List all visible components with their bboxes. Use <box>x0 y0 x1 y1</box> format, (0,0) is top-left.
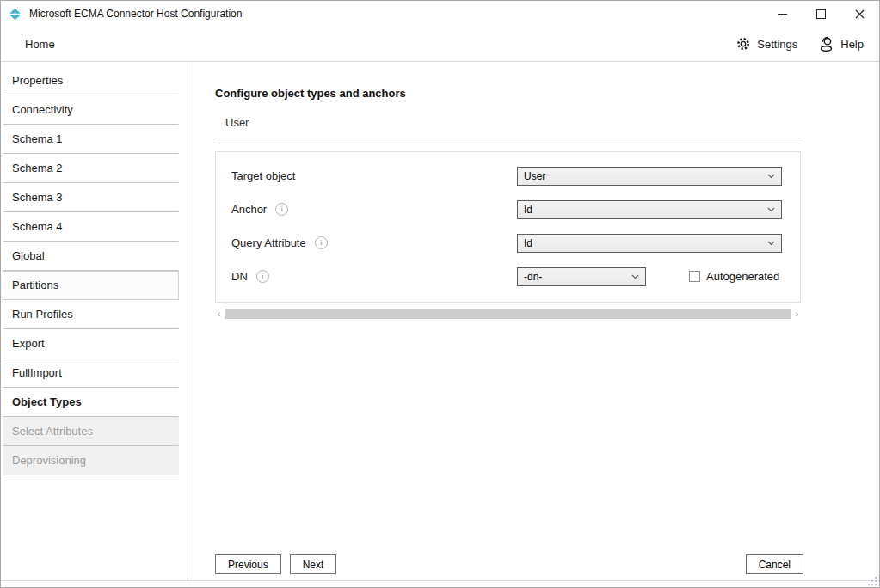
horizontal-scrollbar[interactable]: ‹ › <box>215 308 801 320</box>
status-strip <box>1 580 879 587</box>
title-bar: Microsoft ECMA Connector Host Configurat… <box>1 1 879 27</box>
maximize-icon <box>816 9 826 19</box>
tab-strip: User <box>215 116 801 138</box>
target-object-value: User <box>524 170 545 182</box>
dn-label: DN <box>231 270 248 283</box>
window-title: Microsoft ECMA Connector Host Configurat… <box>29 8 242 20</box>
sidebar-item-select-attributes: Select Attributes <box>3 417 179 446</box>
sidebar-item-object-types[interactable]: Object Types <box>3 388 179 417</box>
page-title: Configure object types and anchors <box>215 87 879 100</box>
close-icon <box>855 9 865 19</box>
scroll-left-icon[interactable]: ‹ <box>215 308 223 320</box>
main-pane: Configure object types and anchors User … <box>188 62 879 580</box>
scrollbar-thumb[interactable] <box>225 309 791 319</box>
anchor-value: Id <box>524 204 532 216</box>
form-row-target-object: Target object User <box>216 159 800 193</box>
form-row-dn: DN i -dn- Autogenerated <box>216 260 800 293</box>
chevron-down-icon <box>631 274 639 279</box>
help-person-icon <box>818 36 834 52</box>
content-area: Properties Connectivity Schema 1 Schema … <box>1 62 879 580</box>
autogenerated-option[interactable]: Autogenerated <box>689 270 779 283</box>
chevron-down-icon <box>767 174 775 179</box>
minimize-icon <box>778 14 787 15</box>
query-attribute-dropdown[interactable]: Id <box>517 234 782 253</box>
dn-dropdown[interactable]: -dn- <box>517 267 646 286</box>
form-row-anchor: Anchor i Id <box>216 193 800 226</box>
tab-user[interactable]: User <box>225 116 249 129</box>
sidebar-item-schema-1[interactable]: Schema 1 <box>3 125 179 154</box>
anchor-label: Anchor <box>231 203 267 216</box>
scroll-right-icon[interactable]: › <box>793 308 801 320</box>
target-object-dropdown[interactable]: User <box>517 167 782 186</box>
close-button[interactable] <box>840 1 879 27</box>
settings-label: Settings <box>757 38 797 51</box>
gear-icon <box>735 36 751 52</box>
sidebar-item-properties[interactable]: Properties <box>3 66 179 95</box>
sidebar-item-global[interactable]: Global <box>3 242 179 271</box>
help-label: Help <box>840 38 864 51</box>
autogenerated-checkbox[interactable] <box>689 271 700 282</box>
minimize-button[interactable] <box>763 1 802 27</box>
sidebar-item-schema-4[interactable]: Schema 4 <box>3 212 179 242</box>
sidebar-item-schema-2[interactable]: Schema 2 <box>3 154 179 183</box>
maximize-button[interactable] <box>802 1 840 27</box>
next-button[interactable]: Next <box>290 554 337 574</box>
info-icon[interactable]: i <box>315 236 328 249</box>
info-icon[interactable]: i <box>256 270 269 283</box>
query-attribute-value: Id <box>524 237 532 249</box>
sidebar-item-run-profiles[interactable]: Run Profiles <box>3 300 179 329</box>
chevron-down-icon <box>767 241 775 246</box>
app-window: Microsoft ECMA Connector Host Configurat… <box>0 0 880 588</box>
sidebar-item-export[interactable]: Export <box>3 329 179 358</box>
sidebar-nav: Properties Connectivity Schema 1 Schema … <box>1 62 188 580</box>
menu-home[interactable]: Home <box>25 38 55 51</box>
chevron-down-icon <box>767 207 775 212</box>
form-row-query-attribute: Query Attribute i Id <box>216 226 800 260</box>
menu-bar: Home Settings Help <box>1 27 879 62</box>
sidebar-item-schema-3[interactable]: Schema 3 <box>3 183 179 212</box>
app-icon <box>9 8 22 21</box>
sidebar-item-partitions[interactable]: Partitions <box>3 271 179 300</box>
cancel-button[interactable]: Cancel <box>746 554 803 574</box>
object-type-form: Target object User Anchor i Id <box>215 151 801 303</box>
previous-button[interactable]: Previous <box>215 554 281 574</box>
anchor-dropdown[interactable]: Id <box>517 200 782 219</box>
sidebar-item-connectivity[interactable]: Connectivity <box>3 95 179 125</box>
help-button[interactable]: Help <box>818 36 864 52</box>
settings-button[interactable]: Settings <box>735 36 797 52</box>
target-object-label: Target object <box>231 169 295 182</box>
dn-value: -dn- <box>524 271 542 283</box>
autogenerated-label: Autogenerated <box>706 270 779 283</box>
sidebar-item-fullimport[interactable]: FullImport <box>3 358 179 388</box>
sidebar-item-deprovisioning: Deprovisioning <box>3 446 179 475</box>
resize-grip-icon[interactable] <box>867 576 877 586</box>
query-attribute-label: Query Attribute <box>231 236 306 249</box>
info-icon[interactable]: i <box>275 203 288 216</box>
